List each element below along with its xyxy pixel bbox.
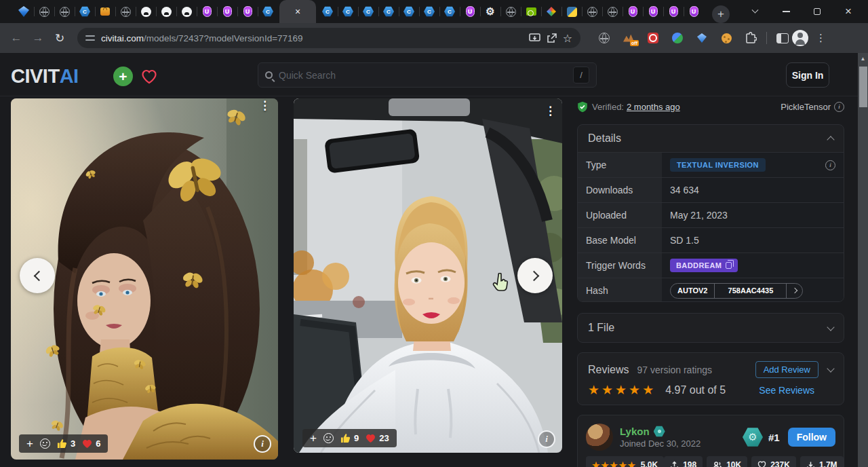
emoji-reaction-icon[interactable] [323,433,334,443]
quick-search[interactable]: / [258,62,597,88]
browser-tab[interactable] [582,0,602,23]
hash-expand-button[interactable] [786,284,802,298]
carousel-next-button[interactable] [517,258,553,293]
like-reaction[interactable]: 9 [340,433,359,443]
install-app-icon[interactable] [529,33,540,43]
translate-extension-icon[interactable] [669,29,686,47]
page-scrollbar[interactable]: ▲ [858,53,868,467]
heart-reaction[interactable]: 23 [366,433,389,443]
site-settings-icon[interactable] [85,34,95,42]
browser-tab[interactable] [115,0,136,23]
browser-tab[interactable]: U [197,0,217,23]
image-info-button-main[interactable]: i [538,430,555,448]
browser-tab[interactable]: U [643,0,663,23]
browser-tab[interactable] [561,0,582,23]
browser-tab[interactable]: U [237,0,258,23]
creator-avatar[interactable] [586,424,613,451]
adblock-off-extension-icon[interactable]: off [620,29,637,47]
verified-time-link[interactable]: 2 months ago [627,102,680,112]
browser-tab[interactable]: C [317,0,338,23]
cookie-extension-icon[interactable] [717,29,735,47]
browser-tab[interactable]: U [623,0,643,23]
browser-menu-chevron-icon[interactable] [745,1,765,22]
details-header[interactable]: Details [578,125,844,152]
reaction-bar-main[interactable]: + 9 23 [302,429,397,447]
add-review-button[interactable]: Add Review [755,361,818,378]
new-tab-button[interactable]: + [712,5,730,23]
hash-pill[interactable]: AUTOV2 758AAC4435 [670,283,803,299]
type-badge[interactable]: TEXTUAL INVERSION [670,158,766,172]
browser-tab[interactable]: U [684,0,704,23]
maximize-button[interactable] [807,1,827,22]
browser-tab[interactable] [500,0,521,23]
back-button[interactable]: ← [5,27,27,49]
type-info-icon[interactable]: i [825,160,835,170]
profile-avatar[interactable] [791,29,809,47]
bookmark-star-icon[interactable]: ☆ [563,32,572,45]
creator-name-link[interactable]: Lykon [620,426,650,437]
add-reaction-button[interactable]: + [310,432,317,444]
sign-in-button[interactable]: Sign In [786,62,829,88]
browser-tab[interactable] [156,0,176,23]
browser-tab[interactable] [541,0,561,23]
carousel-prev-button[interactable] [20,258,55,293]
browser-tab[interactable] [136,0,156,23]
active-tab[interactable]: × [279,0,316,23]
browser-tab[interactable] [54,0,75,23]
add-reaction-button[interactable]: + [26,438,33,449]
follow-button[interactable]: Follow [788,428,835,447]
ushield-favicon: U [203,6,212,17]
scrollbar-thumb[interactable] [859,67,867,107]
image-options-kebab-menu[interactable]: ⋮ [545,108,556,114]
side-panel-icon[interactable] [774,29,791,47]
reload-button[interactable]: ↻ [49,27,71,49]
create-button[interactable]: + [113,67,133,86]
browser-tab[interactable]: U [663,0,684,23]
civitai-logo[interactable]: CIVITAI [11,65,79,88]
browser-tab[interactable] [176,0,197,23]
gem-extension-icon[interactable] [693,29,711,47]
extensions-puzzle-icon[interactable] [742,29,760,47]
browser-tab[interactable]: C [75,0,95,23]
browser-tab[interactable]: C [378,0,399,23]
address-bar[interactable]: civitai.com/models/72437?modelVersionId=… [77,28,580,48]
browser-tab[interactable]: C [258,0,278,23]
browser-tab[interactable]: U [460,0,480,23]
red-extension-icon[interactable] [644,29,662,47]
heart-reaction[interactable]: 6 [82,438,100,449]
image-info-button-left[interactable]: i [254,435,271,453]
trigger-word-badge[interactable]: BADDREAM [670,259,738,272]
favorites-heart-icon[interactable] [140,67,159,86]
see-reviews-link[interactable]: See Reviews [759,385,814,396]
browser-tab[interactable]: C [419,0,439,23]
browser-tab[interactable] [521,0,541,23]
browser-tab[interactable] [34,0,54,23]
browser-tab[interactable] [95,0,115,23]
browser-tab[interactable] [602,0,623,23]
browser-tab[interactable]: C [338,0,358,23]
browser-tab[interactable]: C [358,0,378,23]
image-options-kebab-menu[interactable]: ⋮ [259,102,271,109]
browser-tab[interactable]: ⚙ [480,0,500,23]
forward-button[interactable]: → [27,27,49,49]
details-card: Details Type TEXTUAL INVERSION i Downloa… [577,124,844,302]
files-header[interactable]: 1 File [578,314,844,342]
browser-tab[interactable]: C [439,0,460,23]
copy-icon[interactable] [726,262,732,269]
format-info-icon[interactable]: i [834,102,844,112]
minimize-button[interactable] [776,1,796,22]
close-window-button[interactable]: × [838,1,859,22]
browser-kebab-menu[interactable]: ⋮ [816,32,826,44]
share-icon[interactable] [547,33,557,43]
browser-tab[interactable]: C [399,0,419,23]
browser-tab[interactable]: U [217,0,237,23]
emoji-reaction-icon[interactable] [40,438,50,449]
reaction-bar-left[interactable]: + 3 6 [19,434,108,453]
like-reaction[interactable]: 3 [57,438,75,449]
tab-close-icon[interactable]: × [295,7,300,16]
table-row-base-model: Base Model SD 1.5 [578,227,844,253]
scrollbar-up-arrow[interactable]: ▲ [858,53,868,64]
browser-tab[interactable] [14,0,34,23]
search-input[interactable] [279,70,567,81]
web-extension-icon[interactable] [595,29,613,47]
